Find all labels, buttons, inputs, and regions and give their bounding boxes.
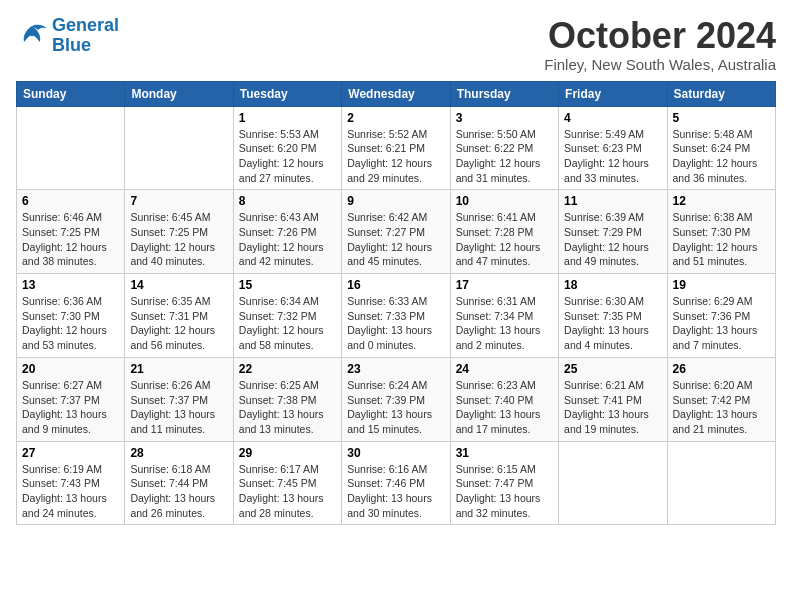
calendar-body: 1Sunrise: 5:53 AM Sunset: 6:20 PM Daylig… — [17, 106, 776, 525]
day-number: 29 — [239, 446, 336, 460]
day-number: 26 — [673, 362, 770, 376]
day-number: 15 — [239, 278, 336, 292]
col-friday: Friday — [559, 81, 667, 106]
calendar-cell: 17Sunrise: 6:31 AM Sunset: 7:34 PM Dayli… — [450, 274, 558, 358]
day-number: 25 — [564, 362, 661, 376]
calendar-week-2: 13Sunrise: 6:36 AM Sunset: 7:30 PM Dayli… — [17, 274, 776, 358]
col-tuesday: Tuesday — [233, 81, 341, 106]
day-info: Sunrise: 5:50 AM Sunset: 6:22 PM Dayligh… — [456, 127, 553, 186]
calendar-cell: 9Sunrise: 6:42 AM Sunset: 7:27 PM Daylig… — [342, 190, 450, 274]
calendar-cell: 24Sunrise: 6:23 AM Sunset: 7:40 PM Dayli… — [450, 357, 558, 441]
day-number: 21 — [130, 362, 227, 376]
calendar-cell: 16Sunrise: 6:33 AM Sunset: 7:33 PM Dayli… — [342, 274, 450, 358]
calendar-week-3: 20Sunrise: 6:27 AM Sunset: 7:37 PM Dayli… — [17, 357, 776, 441]
day-info: Sunrise: 5:53 AM Sunset: 6:20 PM Dayligh… — [239, 127, 336, 186]
day-info: Sunrise: 6:16 AM Sunset: 7:46 PM Dayligh… — [347, 462, 444, 521]
day-info: Sunrise: 6:15 AM Sunset: 7:47 PM Dayligh… — [456, 462, 553, 521]
col-thursday: Thursday — [450, 81, 558, 106]
day-info: Sunrise: 6:45 AM Sunset: 7:25 PM Dayligh… — [130, 210, 227, 269]
day-info: Sunrise: 6:35 AM Sunset: 7:31 PM Dayligh… — [130, 294, 227, 353]
day-info: Sunrise: 6:33 AM Sunset: 7:33 PM Dayligh… — [347, 294, 444, 353]
calendar-cell — [667, 441, 775, 525]
calendar-cell: 26Sunrise: 6:20 AM Sunset: 7:42 PM Dayli… — [667, 357, 775, 441]
day-info: Sunrise: 6:29 AM Sunset: 7:36 PM Dayligh… — [673, 294, 770, 353]
calendar-cell: 8Sunrise: 6:43 AM Sunset: 7:26 PM Daylig… — [233, 190, 341, 274]
calendar-cell: 22Sunrise: 6:25 AM Sunset: 7:38 PM Dayli… — [233, 357, 341, 441]
calendar-cell: 1Sunrise: 5:53 AM Sunset: 6:20 PM Daylig… — [233, 106, 341, 190]
calendar-week-1: 6Sunrise: 6:46 AM Sunset: 7:25 PM Daylig… — [17, 190, 776, 274]
calendar-cell — [559, 441, 667, 525]
day-number: 17 — [456, 278, 553, 292]
day-number: 31 — [456, 446, 553, 460]
day-number: 1 — [239, 111, 336, 125]
day-info: Sunrise: 6:36 AM Sunset: 7:30 PM Dayligh… — [22, 294, 119, 353]
calendar-week-4: 27Sunrise: 6:19 AM Sunset: 7:43 PM Dayli… — [17, 441, 776, 525]
day-info: Sunrise: 6:31 AM Sunset: 7:34 PM Dayligh… — [456, 294, 553, 353]
calendar-cell: 7Sunrise: 6:45 AM Sunset: 7:25 PM Daylig… — [125, 190, 233, 274]
day-info: Sunrise: 6:18 AM Sunset: 7:44 PM Dayligh… — [130, 462, 227, 521]
calendar-cell: 20Sunrise: 6:27 AM Sunset: 7:37 PM Dayli… — [17, 357, 125, 441]
day-info: Sunrise: 6:20 AM Sunset: 7:42 PM Dayligh… — [673, 378, 770, 437]
day-number: 28 — [130, 446, 227, 460]
col-monday: Monday — [125, 81, 233, 106]
day-number: 19 — [673, 278, 770, 292]
calendar-cell: 29Sunrise: 6:17 AM Sunset: 7:45 PM Dayli… — [233, 441, 341, 525]
day-number: 2 — [347, 111, 444, 125]
calendar-cell: 23Sunrise: 6:24 AM Sunset: 7:39 PM Dayli… — [342, 357, 450, 441]
day-number: 27 — [22, 446, 119, 460]
day-number: 9 — [347, 194, 444, 208]
day-number: 12 — [673, 194, 770, 208]
day-number: 11 — [564, 194, 661, 208]
logo-text: General Blue — [52, 16, 119, 56]
day-number: 3 — [456, 111, 553, 125]
day-number: 23 — [347, 362, 444, 376]
calendar-cell: 14Sunrise: 6:35 AM Sunset: 7:31 PM Dayli… — [125, 274, 233, 358]
day-info: Sunrise: 6:25 AM Sunset: 7:38 PM Dayligh… — [239, 378, 336, 437]
day-info: Sunrise: 5:48 AM Sunset: 6:24 PM Dayligh… — [673, 127, 770, 186]
day-number: 13 — [22, 278, 119, 292]
day-info: Sunrise: 6:42 AM Sunset: 7:27 PM Dayligh… — [347, 210, 444, 269]
calendar-cell: 12Sunrise: 6:38 AM Sunset: 7:30 PM Dayli… — [667, 190, 775, 274]
calendar-cell: 5Sunrise: 5:48 AM Sunset: 6:24 PM Daylig… — [667, 106, 775, 190]
day-info: Sunrise: 5:52 AM Sunset: 6:21 PM Dayligh… — [347, 127, 444, 186]
calendar-cell: 30Sunrise: 6:16 AM Sunset: 7:46 PM Dayli… — [342, 441, 450, 525]
day-info: Sunrise: 6:38 AM Sunset: 7:30 PM Dayligh… — [673, 210, 770, 269]
day-info: Sunrise: 6:17 AM Sunset: 7:45 PM Dayligh… — [239, 462, 336, 521]
day-number: 22 — [239, 362, 336, 376]
day-info: Sunrise: 6:39 AM Sunset: 7:29 PM Dayligh… — [564, 210, 661, 269]
day-number: 8 — [239, 194, 336, 208]
day-number: 10 — [456, 194, 553, 208]
day-number: 24 — [456, 362, 553, 376]
day-info: Sunrise: 6:23 AM Sunset: 7:40 PM Dayligh… — [456, 378, 553, 437]
calendar-cell: 6Sunrise: 6:46 AM Sunset: 7:25 PM Daylig… — [17, 190, 125, 274]
calendar-cell — [125, 106, 233, 190]
day-number: 30 — [347, 446, 444, 460]
day-info: Sunrise: 6:43 AM Sunset: 7:26 PM Dayligh… — [239, 210, 336, 269]
page-header: General Blue October 2024 Finley, New So… — [16, 16, 776, 73]
day-info: Sunrise: 5:49 AM Sunset: 6:23 PM Dayligh… — [564, 127, 661, 186]
day-info: Sunrise: 6:26 AM Sunset: 7:37 PM Dayligh… — [130, 378, 227, 437]
day-info: Sunrise: 6:27 AM Sunset: 7:37 PM Dayligh… — [22, 378, 119, 437]
logo: General Blue — [16, 16, 119, 56]
calendar-cell: 2Sunrise: 5:52 AM Sunset: 6:21 PM Daylig… — [342, 106, 450, 190]
calendar-table: Sunday Monday Tuesday Wednesday Thursday… — [16, 81, 776, 526]
calendar-cell: 10Sunrise: 6:41 AM Sunset: 7:28 PM Dayli… — [450, 190, 558, 274]
day-info: Sunrise: 6:30 AM Sunset: 7:35 PM Dayligh… — [564, 294, 661, 353]
title-block: October 2024 Finley, New South Wales, Au… — [544, 16, 776, 73]
day-number: 4 — [564, 111, 661, 125]
col-saturday: Saturday — [667, 81, 775, 106]
calendar-header-row: Sunday Monday Tuesday Wednesday Thursday… — [17, 81, 776, 106]
day-info: Sunrise: 6:19 AM Sunset: 7:43 PM Dayligh… — [22, 462, 119, 521]
col-sunday: Sunday — [17, 81, 125, 106]
calendar-cell: 25Sunrise: 6:21 AM Sunset: 7:41 PM Dayli… — [559, 357, 667, 441]
day-number: 6 — [22, 194, 119, 208]
calendar-week-0: 1Sunrise: 5:53 AM Sunset: 6:20 PM Daylig… — [17, 106, 776, 190]
day-number: 20 — [22, 362, 119, 376]
day-number: 16 — [347, 278, 444, 292]
location-text: Finley, New South Wales, Australia — [544, 56, 776, 73]
calendar-cell — [17, 106, 125, 190]
calendar-cell: 27Sunrise: 6:19 AM Sunset: 7:43 PM Dayli… — [17, 441, 125, 525]
day-number: 14 — [130, 278, 227, 292]
calendar-cell: 28Sunrise: 6:18 AM Sunset: 7:44 PM Dayli… — [125, 441, 233, 525]
day-number: 5 — [673, 111, 770, 125]
